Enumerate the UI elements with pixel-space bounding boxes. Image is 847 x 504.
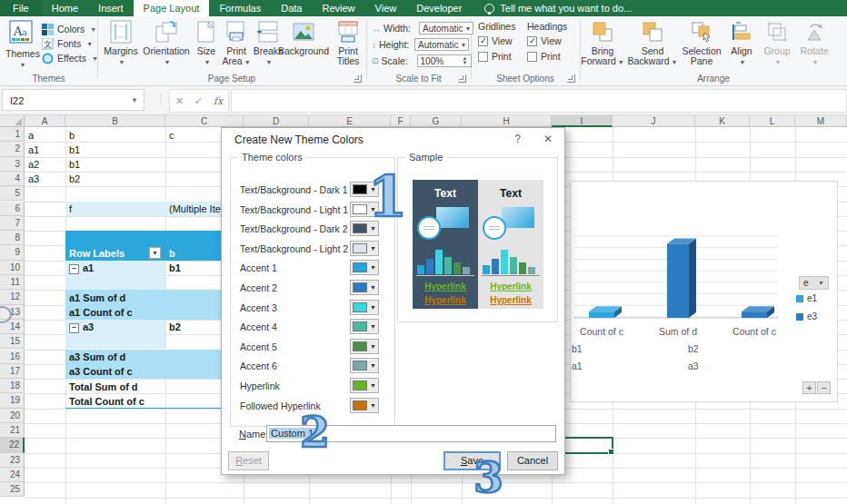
insert-function-icon[interactable]: fx [214, 95, 223, 107]
swatch-button-accent-3[interactable]: ▼ [350, 300, 379, 315]
tab-insert[interactable]: Insert [88, 0, 134, 16]
gridlines-view-checkbox[interactable]: View [478, 35, 515, 46]
themes-button[interactable]: Aa Themes▼ [5, 20, 38, 70]
column-header-I[interactable]: I [552, 115, 613, 127]
orientation-button[interactable]: Orientation▼ [141, 20, 192, 67]
cell-A4[interactable]: a3 [28, 172, 39, 186]
row-header-25[interactable]: 25 [0, 482, 25, 497]
column-header-E[interactable]: E [309, 115, 391, 127]
swatch-button-followed-hyperlink[interactable]: ▼ [350, 398, 379, 413]
print-area-button[interactable]: Print Area▼ [219, 20, 254, 67]
size-button[interactable]: Size▼ [192, 20, 221, 67]
chart-expand-button[interactable]: + [802, 381, 816, 394]
align-button[interactable]: Align▼ [725, 20, 758, 67]
sheet-options-dialog-launcher[interactable] [567, 74, 575, 83]
width-dropdown[interactable]: Automatic▼ [419, 22, 473, 35]
swatch-button-accent-2[interactable]: ▼ [350, 280, 379, 295]
send-backward-button[interactable]: SendBackward▼ [627, 20, 678, 67]
row-header-2[interactable]: 2 [0, 142, 25, 156]
select-all-corner[interactable] [0, 115, 25, 127]
chart-collapse-button[interactable]: − [817, 381, 831, 394]
row-header-22[interactable]: 22 [0, 438, 25, 452]
cell-B12[interactable]: a1 Sum of d [69, 291, 125, 305]
row-header-11[interactable]: 11 [0, 275, 25, 290]
row-header-8[interactable]: 8 [0, 231, 25, 245]
cell-B4[interactable]: b2 [69, 172, 80, 186]
row-header-3[interactable]: 3 [0, 157, 25, 172]
tab-review[interactable]: Review [312, 0, 364, 16]
cell-C9[interactable]: b [169, 246, 175, 261]
swatch-button-accent-4[interactable]: ▼ [350, 319, 379, 334]
tab-home[interactable]: Home [42, 0, 88, 16]
cell-B10[interactable]: −a1 [69, 261, 94, 275]
effects-button[interactable]: Effects▼ [42, 51, 98, 65]
margins-button[interactable]: Margins▼ [102, 20, 140, 67]
tab-data[interactable]: Data [271, 0, 312, 16]
headings-print-checkbox[interactable]: Print [527, 51, 567, 62]
row-header-20[interactable]: 20 [0, 409, 25, 423]
row-header-16[interactable]: 16 [0, 350, 25, 364]
column-header-J[interactable]: J [613, 115, 695, 127]
row-header-19[interactable]: 19 [0, 393, 25, 408]
row-header-21[interactable]: 21 [0, 423, 25, 438]
cell-A2[interactable]: a1 [28, 143, 39, 157]
tab-developer[interactable]: Developer [406, 0, 472, 16]
cell-B2[interactable]: b1 [69, 143, 80, 157]
headings-view-checkbox[interactable]: View [527, 35, 567, 46]
page-setup-dialog-launcher[interactable] [354, 74, 362, 83]
background-button[interactable]: Background [275, 20, 332, 56]
cell-C14[interactable]: b2 [169, 320, 181, 334]
column-header-B[interactable]: B [65, 115, 165, 127]
cell-A1[interactable]: a [28, 128, 34, 143]
column-header-F[interactable]: F [391, 115, 411, 127]
row-header-1[interactable]: 1 [0, 127, 25, 142]
tell-me[interactable]: Tell me what you want to do... [472, 0, 632, 16]
cell-B16[interactable]: a3 Sum of d [69, 350, 125, 364]
cancel-entry-icon[interactable]: ✕ [175, 95, 184, 107]
cell-B17[interactable]: a3 Count of c [69, 364, 133, 379]
scale-to-fit-dialog-launcher[interactable] [458, 74, 466, 83]
row-header-10[interactable]: 10 [0, 261, 25, 275]
confirm-entry-icon[interactable]: ✓ [194, 95, 203, 107]
swatch-button-accent-1[interactable]: ▼ [350, 260, 379, 275]
selection-pane-button[interactable]: SelectionPane [680, 20, 723, 66]
formula-input[interactable] [231, 89, 847, 113]
bring-forward-button[interactable]: BringForward▼ [580, 20, 625, 67]
colors-button[interactable]: Colors▼ [42, 22, 98, 36]
row-header-12[interactable]: 12 [0, 290, 25, 304]
row-header-17[interactable]: 17 [0, 364, 25, 379]
column-header-C[interactable]: C [165, 115, 244, 127]
fonts-button[interactable]: 文 Fonts▼ [42, 36, 98, 51]
cell-A3[interactable]: a2 [28, 157, 39, 172]
cell-B9[interactable]: Row Labels [69, 246, 125, 261]
dialog-help-icon[interactable]: ? [514, 133, 521, 145]
column-header-G[interactable]: G [411, 115, 462, 127]
scale-spinner[interactable]: 100%▲▼ [417, 54, 472, 67]
cell-B3[interactable]: b1 [69, 157, 80, 172]
tab-view[interactable]: View [365, 0, 407, 16]
height-dropdown[interactable]: Automatic▼ [414, 38, 469, 51]
row-header-23[interactable]: 23 [0, 453, 25, 468]
cell-B6[interactable]: f [69, 202, 72, 216]
cell-B1[interactable]: b [69, 128, 75, 143]
tab-formulas[interactable]: Formulas [209, 0, 271, 16]
row-header-9[interactable]: 9 [0, 245, 25, 260]
collapse-button[interactable]: − [69, 264, 79, 274]
chart-legend-field-button[interactable]: e▼ [799, 276, 829, 290]
name-box-dropdown-icon[interactable]: ▼ [131, 90, 138, 112]
column-header-H[interactable]: H [462, 115, 552, 127]
row-header-18[interactable]: 18 [0, 379, 25, 393]
row-header-7[interactable]: 7 [0, 216, 25, 231]
row-header-24[interactable]: 24 [0, 468, 25, 482]
column-header-L[interactable]: L [750, 115, 795, 127]
swatch-button-hyperlink[interactable]: ▼ [350, 378, 379, 393]
cell-B14[interactable]: −a3 [69, 320, 94, 334]
column-header-K[interactable]: K [695, 115, 750, 127]
cell-B19[interactable]: Total Count of c [69, 394, 144, 409]
column-header-M[interactable]: M [795, 115, 847, 127]
tab-page-layout[interactable]: Page Layout [134, 0, 210, 16]
cancel-button[interactable]: Cancel [507, 451, 558, 470]
row-labels-filter-dropdown[interactable]: ▼ [149, 247, 161, 259]
name-box[interactable]: I22▼ [2, 89, 144, 111]
row-header-5[interactable]: 5 [0, 186, 25, 201]
